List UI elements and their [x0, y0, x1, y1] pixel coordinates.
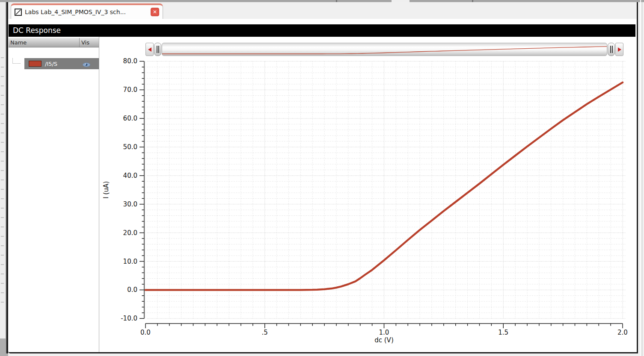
tab-dc-response[interactable]: Labs Lab_4_SIM_PMOS_IV_3 sch... ✕	[11, 3, 163, 19]
tab-label: Labs Lab_4_SIM_PMOS_IV_3 sch...	[25, 9, 126, 15]
trace-preview	[162, 43, 607, 56]
signal-swatch	[29, 61, 42, 67]
left-triangle-icon	[148, 47, 151, 52]
y-tick-label: 70.0	[123, 86, 137, 94]
y-tick-label: 60.0	[123, 115, 137, 122]
x-tick-label: .5	[262, 329, 268, 336]
y-tick-label: -10.0	[121, 315, 137, 322]
dc-response-window: Labs Lab_4_SIM_PMOS_IV_3 sch... ✕ DC Res…	[8, 2, 638, 353]
tab-bar: Labs Lab_4_SIM_PMOS_IV_3 sch... ✕	[8, 2, 637, 19]
schematic-icon	[15, 9, 22, 16]
range-right-grip[interactable]	[608, 43, 615, 56]
x-tick-label: 1.5	[498, 329, 508, 336]
signal-name: /I5/S	[45, 61, 57, 67]
grip-bars-icon	[610, 46, 613, 53]
y-tick-label: 20.0	[123, 229, 137, 237]
grip-bars-icon	[157, 46, 159, 53]
y-axis-title: I (uA)	[102, 181, 110, 199]
background-window-edge	[642, 0, 642, 356]
y-tick-label: 80.0	[123, 57, 137, 65]
plot-title-bar: DC Response	[9, 24, 635, 37]
signal-list-header: Name Vis	[9, 38, 99, 47]
scroll-left-button[interactable]	[145, 43, 154, 56]
x-tick-label: 0.0	[140, 329, 151, 336]
plot-area: -10.00.010.020.030.040.050.060.070.080.0…	[100, 37, 636, 352]
chart-canvas: -10.00.010.020.030.040.050.060.070.080.0…	[100, 37, 636, 352]
x-axis-title: dc (V)	[374, 336, 394, 344]
screen: Labs Lab_4_SIM_PMOS_IV_3 sch... ✕ DC Res…	[0, 0, 644, 356]
background-window-fragment	[0, 2, 6, 356]
column-header-name[interactable]: Name	[9, 38, 80, 47]
tree-branch	[12, 58, 21, 64]
background-window-edge	[640, 0, 641, 356]
y-tick-label: 0.0	[127, 286, 137, 294]
tab-close-button[interactable]: ✕	[151, 8, 159, 16]
column-header-vis[interactable]: Vis	[80, 38, 99, 47]
signal-list-panel: Name Vis /I5/S	[9, 37, 99, 352]
y-tick-label: 50.0	[123, 143, 137, 151]
x-tick-label: 2.0	[617, 329, 628, 336]
y-tick-label: 30.0	[123, 200, 137, 208]
x-range-scrollbar	[145, 43, 623, 56]
visibility-eye-icon[interactable]	[82, 61, 91, 67]
range-left-grip[interactable]	[154, 43, 161, 56]
scroll-right-button[interactable]	[615, 43, 623, 56]
y-tick-label: 40.0	[123, 172, 137, 179]
right-triangle-icon	[618, 47, 621, 52]
trace-preview-line	[162, 47, 607, 54]
y-tick-label: 10.0	[123, 258, 137, 265]
signal-row[interactable]: /I5/S	[9, 58, 99, 69]
x-tick-label: 1.0	[379, 329, 389, 336]
range-track[interactable]	[162, 43, 607, 56]
